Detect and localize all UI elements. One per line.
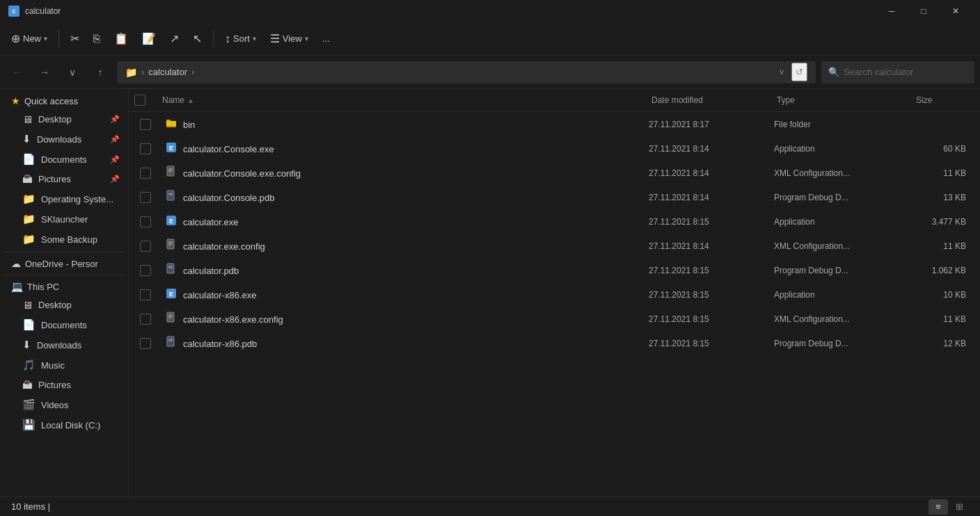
svg-text:C: C bbox=[12, 9, 15, 14]
rename-button[interactable]: 📝 bbox=[136, 26, 161, 51]
close-button[interactable]: ✕ bbox=[940, 0, 972, 22]
cursor-button[interactable]: ↖ bbox=[187, 26, 207, 51]
check-box[interactable] bbox=[140, 265, 151, 276]
sidebar-label-pc-desktop: Desktop bbox=[38, 300, 72, 310]
table-row[interactable]: E calculator.Console.exe 27.11.2021 8:14… bbox=[132, 137, 977, 161]
sidebar-item-downloads-pinned[interactable]: ⬇ Downloads 📌 bbox=[3, 129, 125, 149]
sidebar-item-desktop-pinned[interactable]: 🖥 Desktop 📌 bbox=[3, 110, 125, 129]
window-controls: ─ □ ✕ bbox=[876, 0, 972, 22]
sidebar-item-pc-desktop[interactable]: 🖥 Desktop bbox=[3, 296, 125, 314]
sidebar-item-pc-documents[interactable]: 📄 Documents bbox=[3, 315, 125, 334]
table-row[interactable]: E calculator-x86.exe 27.11.2021 8:15 App… bbox=[132, 283, 977, 307]
name-cell: bin bbox=[159, 113, 643, 136]
col-type[interactable]: Type bbox=[771, 89, 910, 111]
local-disk-icon: 💾 bbox=[22, 419, 35, 431]
sidebar-item-pc-videos[interactable]: 🎬 Videos bbox=[3, 395, 125, 414]
sidebar-item-some-backup[interactable]: 📁 Some Backup bbox=[3, 229, 125, 249]
col-name[interactable]: Name ▲ bbox=[157, 89, 646, 111]
file-icon: E bbox=[165, 287, 177, 303]
sort-button[interactable]: ↕ Sort ▾ bbox=[219, 26, 262, 51]
folder-icon: 📁 bbox=[125, 67, 137, 78]
share-button[interactable]: ↗ bbox=[164, 26, 184, 51]
refresh-button[interactable]: ↺ bbox=[791, 63, 807, 81]
new-button[interactable]: ⊕ New ▾ bbox=[6, 26, 53, 51]
table-row[interactable]: calculator.exe.config 27.11.2021 8:14 XM… bbox=[132, 234, 977, 258]
title-bar: C calculator ─ □ ✕ bbox=[0, 0, 980, 22]
table-row[interactable]: bin 27.11.2021 8:17 File folder bbox=[132, 113, 977, 136]
sidebar-item-pc-music[interactable]: 🎵 Music bbox=[3, 355, 125, 375]
table-row[interactable]: calculator-x86.exe.config 27.11.2021 8:1… bbox=[132, 307, 977, 331]
check-box[interactable] bbox=[140, 168, 151, 179]
view-icon: ☰ bbox=[270, 32, 280, 45]
sidebar-onedrive[interactable]: ☁ OneDrive - Persor bbox=[3, 255, 125, 272]
sidebar-item-documents-pinned[interactable]: 📄 Documents 📌 bbox=[3, 150, 125, 169]
table-row[interactable]: calculator.pdb 27.11.2021 8:15 Program D… bbox=[132, 259, 977, 282]
check-box[interactable] bbox=[140, 289, 151, 300]
check-box[interactable] bbox=[140, 241, 151, 252]
check-box[interactable] bbox=[140, 314, 151, 325]
check-box[interactable] bbox=[140, 216, 151, 227]
search-input[interactable] bbox=[844, 67, 967, 77]
table-row[interactable]: calculator.Console.exe.config 27.11.2021… bbox=[132, 161, 977, 185]
status-bar: 10 items | ≡ ⊞ bbox=[0, 497, 980, 516]
sidebar-item-sklauncher[interactable]: 📁 SKlauncher bbox=[3, 209, 125, 229]
sidebar-divider-2 bbox=[6, 275, 122, 275]
search-box: 🔍 bbox=[821, 61, 974, 83]
check-cell bbox=[132, 143, 159, 154]
date-cell: 27.11.2021 8:14 bbox=[643, 140, 768, 158]
sidebar-item-local-disk[interactable]: 💾 Local Disk (C:) bbox=[3, 415, 125, 435]
maximize-button[interactable]: □ bbox=[908, 0, 940, 22]
header-checkbox[interactable] bbox=[134, 95, 145, 106]
history-button[interactable]: ∨ bbox=[61, 61, 84, 83]
sidebar-item-pc-downloads[interactable]: ⬇ Downloads bbox=[3, 335, 125, 355]
up-button[interactable]: ↑ bbox=[89, 61, 111, 83]
copy-button[interactable]: ⎘ bbox=[88, 26, 106, 51]
paste-icon: 📋 bbox=[114, 32, 128, 45]
minimize-button[interactable]: ─ bbox=[876, 0, 908, 22]
more-button[interactable]: ... bbox=[317, 26, 335, 51]
sidebar-item-pc-pictures[interactable]: 🏔 Pictures bbox=[3, 376, 125, 394]
status-separator: | bbox=[48, 501, 50, 512]
list-view-button[interactable]: ≡ bbox=[928, 499, 948, 515]
check-box[interactable] bbox=[140, 192, 151, 203]
check-box[interactable] bbox=[140, 119, 151, 130]
name-cell: calculator.pdb bbox=[159, 259, 643, 282]
type-cell: Application bbox=[768, 140, 908, 158]
col-date[interactable]: Date modified bbox=[646, 89, 771, 111]
col-checkbox[interactable] bbox=[129, 89, 157, 111]
table-row[interactable]: calculator-x86.pdb 27.11.2021 8:15 Progr… bbox=[132, 332, 977, 355]
address-box[interactable]: 📁 › calculator › ∨ ↺ bbox=[117, 61, 816, 83]
size-cell: 1.062 KB bbox=[908, 261, 977, 280]
sklauncher-icon: 📁 bbox=[22, 213, 35, 225]
check-cell bbox=[132, 119, 159, 130]
view-caret: ▾ bbox=[305, 35, 308, 42]
forward-button[interactable]: → bbox=[33, 61, 56, 83]
back-button[interactable]: ← bbox=[6, 61, 28, 83]
view-button[interactable]: ☰ View ▾ bbox=[264, 26, 314, 51]
table-row[interactable]: calculator.Console.pdb 27.11.2021 8:14 P… bbox=[132, 186, 977, 209]
check-box[interactable] bbox=[140, 143, 151, 154]
grid-view-button[interactable]: ⊞ bbox=[949, 499, 969, 515]
sidebar-item-pictures-pinned[interactable]: 🏔 Pictures 📌 bbox=[3, 170, 125, 188]
toolbar-sep-1 bbox=[58, 31, 59, 47]
sidebar-item-operating-system[interactable]: 📁 Operating Syste... bbox=[3, 189, 125, 209]
size-cell: 11 KB bbox=[908, 310, 977, 328]
date-cell: 27.11.2021 8:14 bbox=[643, 237, 768, 255]
quick-access-header[interactable]: ★ Quick access bbox=[3, 92, 125, 109]
file-list-header: Name ▲ Date modified Type Size bbox=[129, 89, 980, 112]
view-buttons: ≡ ⊞ bbox=[928, 499, 969, 515]
table-row[interactable]: E calculator.exe 27.11.2021 8:15 Applica… bbox=[132, 210, 977, 234]
copy-icon: ⎘ bbox=[93, 33, 100, 45]
name-cell: calculator.Console.pdb bbox=[159, 186, 643, 209]
svg-text:E: E bbox=[169, 145, 173, 152]
check-box[interactable] bbox=[140, 338, 151, 349]
cut-button[interactable]: ✂ bbox=[65, 26, 85, 51]
toolbar: ⊕ New ▾ ✂ ⎘ 📋 📝 ↗ ↖ ↕ Sort ▾ ☰ View ▾ ..… bbox=[0, 22, 980, 56]
paste-button[interactable]: 📋 bbox=[109, 26, 134, 51]
pc-downloads-icon: ⬇ bbox=[22, 339, 31, 351]
sidebar-this-pc[interactable]: 💻 This PC bbox=[3, 278, 125, 295]
name-cell: calculator-x86.pdb bbox=[159, 332, 643, 355]
col-size[interactable]: Size bbox=[910, 89, 980, 111]
svg-rect-31 bbox=[167, 337, 174, 346]
date-cell: 27.11.2021 8:17 bbox=[643, 115, 768, 134]
